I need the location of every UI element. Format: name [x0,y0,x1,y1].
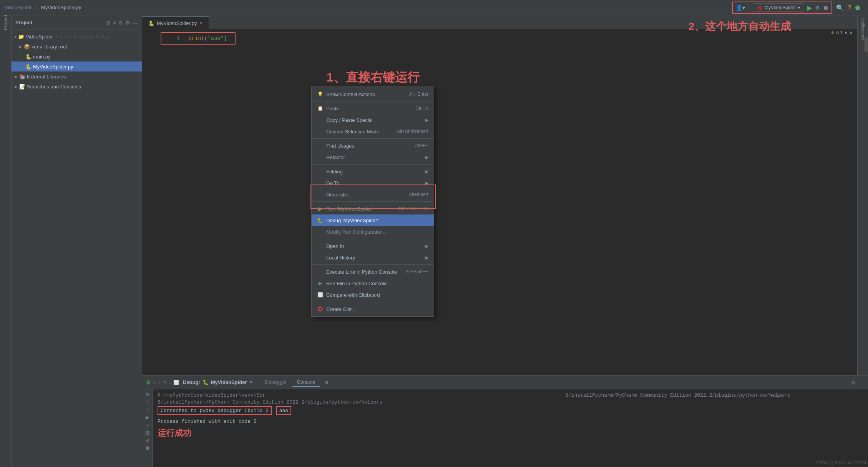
run-button[interactable]: ▶ [807,4,812,12]
debug-close-icon[interactable]: ✕ [249,380,252,385]
menu-item-label: Run 'MyVideoSpider' [326,206,372,212]
py-icon-2: 🐍 [25,64,32,70]
bottom-down-icon[interactable]: ↓ [158,380,160,385]
tree-item-scratches[interactable]: ▶ 📝 Scratches and Consoles [12,81,142,91]
bottom-up-icon[interactable]: ↑ [153,380,156,385]
tree-item-mainpy[interactable]: 🐍 main.py [12,52,142,61]
menu-item-label: Find Usages [326,143,354,149]
tree-arrow-venv: ▶ [19,45,22,49]
bottom-strip-icon-7[interactable]: 🖨 [145,438,150,443]
menu-item-open-in[interactable]: Open In ▶ [312,240,434,252]
tab-console[interactable]: Console [292,377,320,387]
chevron-up-icon[interactable]: ∧ [844,30,848,35]
minimize-icon[interactable]: — [859,379,864,386]
chevron-down-icon[interactable]: ∨ [849,30,853,35]
project-panel: Project ⊕ ≡ ⇅ ⚙ — ▾ 📁 VideoSpider F:\myP… [12,15,142,467]
menu-item-folding[interactable]: Folding ▶ [312,166,434,177]
tree-item-external[interactable]: ▶ 📚 External Libraries [12,71,142,81]
settings-icon[interactable]: ⚙ [125,20,130,26]
menu-item-show-context[interactable]: 💡 Show Context Actions Alt+Enter [312,88,434,100]
file-breadcrumb[interactable]: MyVideoSpider.py [41,5,81,10]
list-icon[interactable]: ≡ [113,20,116,26]
console-output: F:\myPythonCode\VideoSpider\venv\Scr 8/i… [153,389,561,467]
user-icon[interactable]: 👤▾ [736,5,745,11]
context-actions-icon: 💡 [317,91,323,97]
tree-item-videospider[interactable]: ▾ 📁 VideoSpider F:\myPythonCode\VideoSpi [12,32,142,42]
console-line-1: F:\myPythonCode\VideoSpider\venv\Scr [158,392,556,398]
stop-button[interactable]: ⏹ [823,5,828,11]
menu-item-compare[interactable]: ⬜ Compare with Clipboard [312,289,434,301]
bottom-strip-icon-6[interactable]: ▥ [145,430,149,435]
debug-button[interactable]: ⚙ [815,5,820,11]
warning-icon: ⚠ [830,30,835,35]
scrollbar-track[interactable] [864,29,868,375]
project-breadcrumb[interactable]: VideoSpider [5,5,32,10]
title-bar-left: VideoSpider › MyVideoSpider.py [5,5,81,10]
menu-item-left: Modify Run Configuration... [317,229,387,235]
tab-myvideospy[interactable]: 🐍 MyVideoSpider.py ✕ [142,17,209,29]
tab-debugger[interactable]: Debugger [260,377,291,387]
venv-icon: 📦 [24,44,30,50]
more-icon[interactable]: — [133,20,138,26]
menu-item-label: Generate... [326,192,351,198]
gear-icon-bottom[interactable]: ⚙ [851,379,856,386]
menu-item-copy-paste[interactable]: Copy / Paste Special ▶ [312,114,434,126]
console-right-output: 8/installPycharm/PyCharm Community Editi… [561,389,868,467]
search-button[interactable]: 🔍 [836,4,844,12]
scrollbar-thumb[interactable] [865,37,868,52]
menu-item-local-history[interactable]: Local History ▶ [312,252,434,263]
menu-item-left: Find Usages [317,143,354,149]
submenu-arrow: ▶ [425,155,428,160]
bottom-resume-icon[interactable]: ⬜ [173,380,179,385]
menu-item-find-usages[interactable]: Find Usages Alt+F7 [312,140,434,151]
bottom-strip-icon-8[interactable]: 🗑 [145,445,150,451]
menu-shortcut: Alt+Enter [409,91,428,97]
bottom-strip-icon-5[interactable]: ↓ [146,422,149,428]
menu-item-run[interactable]: ▶ Run 'MyVideoSpider' Ctrl+Shift+F10 [312,203,434,214]
title-bar-right: 👤▾ | 🐞 MyVideoSpider ▾ ▶ ⚙ ⏹ 🔍 ? ⬟ [732,0,860,15]
menu-item-create-gist[interactable]: ⭕ Create Gist... [312,303,434,315]
menu-item-generate[interactable]: Generate... Alt+Insert [312,189,434,200]
menu-item-left: ▶ Run File in Python Console [317,281,387,286]
sync-icon[interactable]: ⊕ [106,20,111,26]
menu-item-paste[interactable]: 📋 Paste Ctrl+V [312,103,434,114]
menu-item-refactor[interactable]: Refactor ▶ [312,151,434,163]
menu-item-left: ⬜ Compare with Clipboard [317,292,380,298]
sidebar-item-project[interactable]: Project [0,17,11,28]
annotation-1: 1、直接右键运行 [327,69,420,86]
menu-item-debug[interactable]: 🐛 Debug 'MyVideoSpider' [312,214,434,226]
folder-icon-ext: 📚 [19,74,25,80]
menu-item-left: Column Selection Mode [317,129,379,135]
bottom-strip-icon-1[interactable]: ⚙ [145,392,149,397]
debug-config-name: MyVideoSpider [211,379,247,385]
menu-item-execute-line[interactable]: Execute Line in Python Console Alt+Shift… [312,266,434,278]
menu-item-goto[interactable]: Go To ▶ [312,177,434,189]
menu-item-modify-run[interactable]: Modify Run Configuration... [312,226,434,238]
breadcrumb-separator: › [36,5,37,10]
tree-item-myvideospy-label: MyVideoSpider.py [33,64,73,70]
tree-item-venv[interactable]: ▶ 📦 venv library root [12,42,142,52]
bottom-panel-title: Debug: 🐛 MyVideoSpider ✕ [183,379,252,385]
console-list-icon[interactable]: ≡ [325,379,328,386]
menu-item-left: ▶ Run 'MyVideoSpider' [317,206,372,212]
console-line-4: aaa [279,408,288,414]
menu-sep-1 [312,101,434,101]
bottom-step-into-icon[interactable]: ↓ [169,380,171,385]
run-file-icon: ▶ [317,281,323,286]
menu-item-column[interactable]: Column Selection Mode Alt+Shift+Insert [312,126,434,137]
watermark: CSDN @JH&&HANDSOM [816,460,866,465]
menu-item-run-file[interactable]: ▶ Run File in Python Console [312,278,434,289]
bottom-strip-icon-2[interactable]: ↑ [146,399,149,405]
menu-item-label: Compare with Clipboard [326,292,380,298]
run-config-button[interactable]: 🐞 MyVideoSpider ▾ [753,3,804,12]
collapse-icon[interactable]: ⇅ [118,20,123,26]
tree-area: ▾ 📁 VideoSpider F:\myPythonCode\VideoSpi… [12,30,142,467]
tree-item-myvideospy[interactable]: 🐍 MyVideoSpider.py [12,61,142,71]
bottom-step-over-icon[interactable]: ↷ [163,380,166,385]
help-button[interactable]: ? [848,4,851,11]
tab-close-button[interactable]: ✕ [199,21,202,25]
bottom-strip-icon-3[interactable]: ↓ [146,407,149,412]
settings-button[interactable]: ⬟ [855,4,860,12]
bottom-strip-icon-4[interactable]: ▶ [146,415,149,420]
bottom-settings-icon[interactable]: ⚙ [146,379,151,386]
